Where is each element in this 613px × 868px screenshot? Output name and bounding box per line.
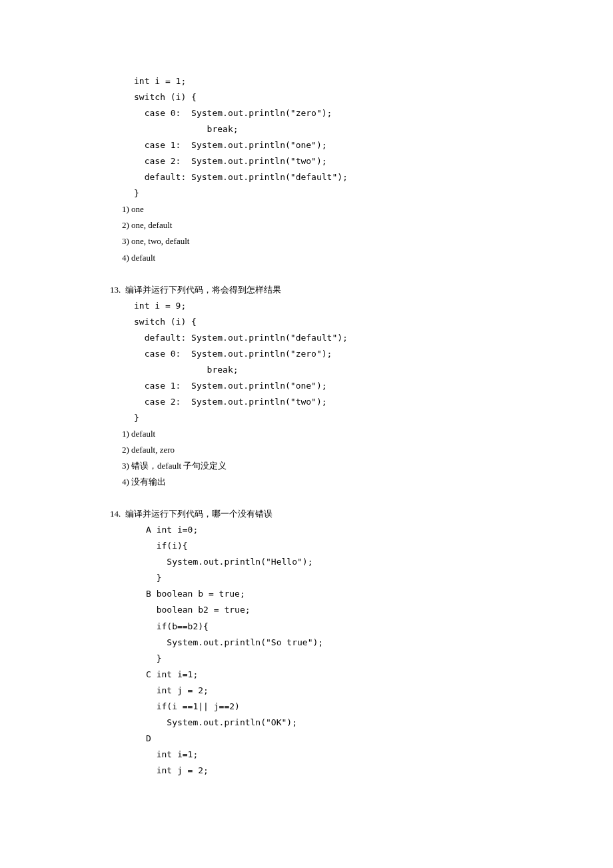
- code-line: case 0: System.out.println("zero");: [110, 105, 503, 121]
- code-line: case 2: System.out.println("two");: [110, 153, 503, 169]
- code-line: }: [110, 570, 503, 586]
- code-line: case 0: System.out.println("zero");: [110, 346, 503, 362]
- code-line: int i = 9;: [110, 298, 503, 314]
- option-text: 2) one, default: [110, 217, 503, 233]
- code-line: int i = 1;: [110, 73, 503, 89]
- code-line: case 2: System.out.println("two");: [110, 394, 503, 410]
- code-line: System.out.println("OK");: [110, 715, 503, 731]
- code-line: if(i){: [110, 538, 503, 554]
- code-line: D: [110, 731, 503, 747]
- option-text: 1) default: [110, 426, 503, 442]
- option-text: 3) one, two, default: [110, 233, 503, 249]
- question-header: 13. 编译并运行下列代码，将会得到怎样结果: [110, 282, 503, 298]
- code-line: System.out.println("Hello");: [110, 554, 503, 570]
- code-line: default: System.out.println("default");: [110, 330, 503, 346]
- code-line: switch (i) {: [110, 89, 503, 105]
- code-line: System.out.println("So true");: [110, 635, 503, 651]
- code-line: }: [110, 410, 503, 426]
- code-line: case 1: System.out.println("one");: [110, 378, 503, 394]
- option-text: 4) default: [110, 250, 503, 266]
- option-text: 3) 错误，default 子句没定义: [110, 458, 503, 474]
- code-line: default: System.out.println("default");: [110, 169, 503, 185]
- code-line: }: [110, 185, 503, 201]
- code-line: case 1: System.out.println("one");: [110, 137, 503, 153]
- code-line: break;: [110, 121, 503, 137]
- code-line: boolean b2 = true;: [110, 602, 503, 618]
- code-line: C int i=1;: [110, 667, 503, 683]
- option-text: 1) one: [110, 201, 503, 217]
- section-spacer: [110, 266, 503, 282]
- code-line: int j = 2;: [110, 763, 503, 779]
- code-line: if(i ==1|| j==2): [110, 699, 503, 715]
- code-line: break;: [110, 362, 503, 378]
- option-text: 2) default, zero: [110, 442, 503, 458]
- document-page: int i = 1; switch (i) { case 0: System.o…: [0, 0, 613, 845]
- code-line: B boolean b = true;: [110, 586, 503, 602]
- code-line: A int i=0;: [110, 522, 503, 538]
- section-spacer: [110, 490, 503, 506]
- code-line: }: [110, 651, 503, 667]
- code-line: int i=1;: [110, 747, 503, 763]
- code-line: if(b==b2){: [110, 619, 503, 635]
- option-text: 4) 没有输出: [110, 474, 503, 490]
- code-line: int j = 2;: [110, 683, 503, 699]
- code-line: switch (i) {: [110, 314, 503, 330]
- question-header: 14. 编译并运行下列代码，哪一个没有错误: [110, 506, 503, 522]
